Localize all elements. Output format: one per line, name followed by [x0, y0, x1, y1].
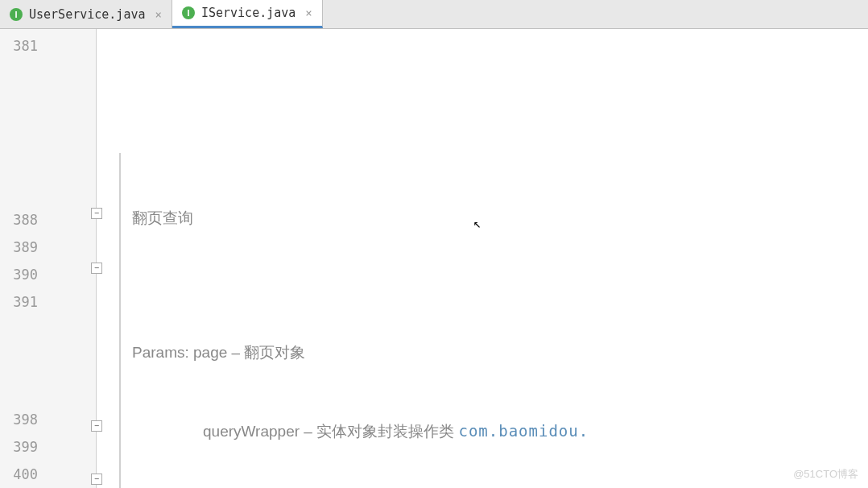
line-number: 381: [0, 32, 96, 60]
line-number: 400: [0, 461, 96, 488]
line-number: 398: [0, 406, 96, 433]
line-number: 391: [0, 288, 96, 316]
tab-userservice[interactable]: I UserService.java ×: [0, 0, 172, 28]
interface-icon: I: [182, 6, 195, 19]
gutter: 381 388 389 390 391 398 399 400 − − − −: [0, 29, 97, 488]
tab-iservice[interactable]: I IService.java ×: [172, 0, 323, 28]
javadoc-block: 翻页查询 Params: page – 翻页对象 queryWrapper – …: [119, 153, 868, 488]
line-number: 388: [0, 206, 96, 234]
javadoc-param: queryWrapper – 实体对象封装操作类 com.baomidou.: [132, 418, 868, 445]
tab-label: IService.java: [201, 6, 296, 20]
close-icon[interactable]: ×: [152, 8, 165, 21]
code-editor[interactable]: 381 388 389 390 391 398 399 400 − − − − …: [0, 29, 868, 488]
javadoc-summary: 翻页查询: [132, 205, 868, 231]
watermark: @51CTO博客: [793, 467, 858, 482]
line-number: 389: [0, 234, 96, 261]
javadoc-link[interactable]: com.baomidou.: [458, 422, 589, 440]
interface-icon: I: [10, 8, 23, 21]
line-number: 390: [0, 261, 96, 288]
javadoc-params: Params: page – 翻页对象: [132, 340, 868, 366]
tabs-bar: I UserService.java × I IService.java ×: [0, 0, 868, 29]
tab-label: UserService.java: [29, 7, 146, 22]
close-icon[interactable]: ×: [302, 6, 315, 19]
code-area[interactable]: 翻页查询 Params: page – 翻页对象 queryWrapper – …: [97, 29, 868, 488]
line-number: 399: [0, 433, 96, 461]
